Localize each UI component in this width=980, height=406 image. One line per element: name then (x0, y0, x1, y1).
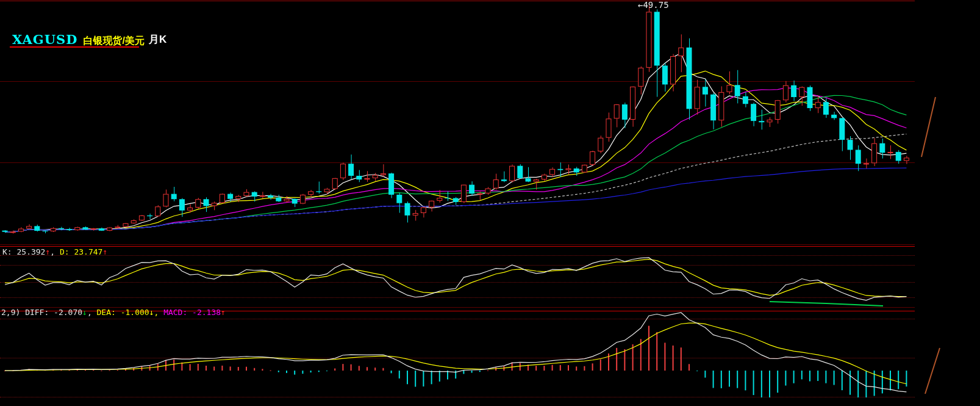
macd-indicator-label: 2,9) DIFF: -2.070↓, DEA: -1.000↓, MACD: … (1, 308, 226, 317)
chart-app-window: XAGUSD白银现货/美元 月K ←49.75 K: 25.392↑, D: 2… (0, 0, 980, 406)
chart-canvas[interactable] (0, 0, 980, 406)
symbol-name: 白银现货/美元 (83, 35, 144, 46)
macd-diff-value: DIFF: -2.070 (25, 308, 82, 317)
macd-dea-value: DEA: -1.000 (97, 308, 149, 317)
kdj-d-value: D: 23.747 (60, 247, 102, 256)
kdj-k-value: K: 25.392 (2, 247, 45, 256)
macd-diff-arrow-icon: ↓ (82, 308, 87, 317)
kdj-d-arrow-icon: ↑ (102, 247, 107, 256)
symbol-code[interactable]: XAGUSD (12, 32, 77, 47)
period-label[interactable]: 月K (149, 32, 166, 46)
title-underline (10, 46, 139, 48)
title-bar: XAGUSD白银现货/美元 (12, 32, 145, 48)
peak-price-annotation: ←49.75 (638, 0, 669, 10)
kdj-indicator-label: K: 25.392↑, D: 23.747↑ (2, 247, 107, 256)
macd-hist-arrow-icon: ↑ (221, 308, 226, 317)
macd-hist-value: MACD: -2.138 (163, 308, 221, 317)
macd-params: 2,9) (1, 308, 25, 317)
